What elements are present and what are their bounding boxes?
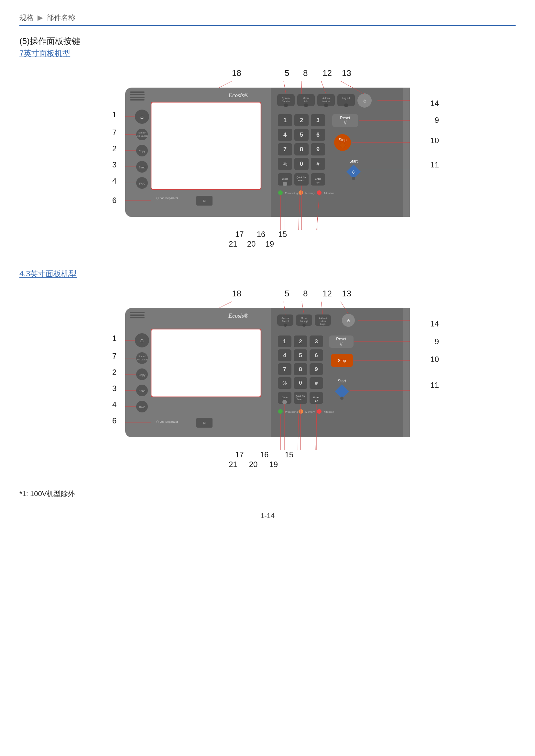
ann43-11: 11 xyxy=(430,381,439,390)
svg-point-127 xyxy=(136,352,148,364)
svg-text:1: 1 xyxy=(283,117,287,123)
label43-12-top: 12 xyxy=(323,289,332,299)
svg-text:Job Cancel: Job Cancel xyxy=(136,359,148,361)
svg-rect-123 xyxy=(271,308,410,437)
svg-text:Ecosis®: Ecosis® xyxy=(228,92,248,98)
svg-text:%: % xyxy=(283,161,287,167)
svg-text:Menu/: Menu/ xyxy=(301,317,307,319)
svg-text:Enter: Enter xyxy=(313,396,319,399)
svg-text:6: 6 xyxy=(316,132,320,138)
svg-text:⏻: ⏻ xyxy=(363,99,366,103)
svg-text:Attention: Attention xyxy=(324,411,334,413)
svg-text:Search: Search xyxy=(297,398,304,400)
svg-text:Cancel: Cancel xyxy=(282,320,289,322)
svg-text:Log out: Log out xyxy=(342,97,350,99)
svg-text:Quick No.: Quick No. xyxy=(296,395,306,397)
svg-text:Login: Login xyxy=(320,323,325,325)
ann43-bottom-row2: 21 20 19 xyxy=(229,460,278,469)
ann43-14: 14 xyxy=(430,319,439,328)
svg-point-15 xyxy=(136,129,148,140)
section-title: (5)操作面板按键 xyxy=(19,36,516,47)
svg-text:Status/: Status/ xyxy=(138,132,146,134)
ann-6: 6 xyxy=(112,196,116,205)
svg-point-179 xyxy=(282,400,287,404)
ann43-2: 2 xyxy=(112,368,116,377)
svg-point-91 xyxy=(317,190,322,195)
ann43-1: 1 xyxy=(112,334,116,343)
svg-text:Ecosis®: Ecosis® xyxy=(228,312,248,319)
svg-point-196 xyxy=(298,409,303,414)
svg-point-142 xyxy=(284,324,287,327)
svg-text:4: 4 xyxy=(283,352,286,359)
svg-point-80 xyxy=(334,134,351,151)
svg-text:FAX: FAX xyxy=(139,182,145,185)
svg-point-89 xyxy=(298,190,303,195)
svg-text:Status/: Status/ xyxy=(138,355,146,358)
svg-text:Send: Send xyxy=(138,390,145,393)
svg-point-41 xyxy=(344,103,348,107)
subsection1-link[interactable]: 7英寸面板机型 xyxy=(19,48,516,59)
label-5-top: 5 xyxy=(285,68,289,78)
svg-rect-116 xyxy=(130,314,145,316)
svg-text:⌂: ⌂ xyxy=(140,114,144,120)
ann-4: 4 xyxy=(112,176,116,185)
svg-text:System/: System/ xyxy=(281,317,289,320)
panel7-diagram: 18 5 8 12 13 Ecosis® xyxy=(19,68,516,249)
svg-text:Start: Start xyxy=(349,159,358,164)
ann43-19: 19 xyxy=(269,460,278,469)
breadcrumb-part1: 规格 xyxy=(19,14,34,22)
svg-text:0: 0 xyxy=(299,380,302,386)
ann43-16: 16 xyxy=(260,450,269,459)
ann-16: 16 xyxy=(257,230,266,239)
svg-point-30 xyxy=(284,103,288,107)
svg-text:cation/: cation/ xyxy=(320,320,326,322)
ann-7: 7 xyxy=(112,128,116,137)
svg-text:Clear: Clear xyxy=(281,396,288,399)
svg-text:⬡ Job Separator: ⬡ Job Separator xyxy=(156,420,178,423)
ann-19: 19 xyxy=(265,239,274,249)
ann-2: 2 xyxy=(112,144,116,153)
ann-15: 15 xyxy=(278,230,287,239)
svg-rect-122 xyxy=(151,329,261,397)
label-12-top: 12 xyxy=(323,68,332,78)
svg-text:#: # xyxy=(315,380,318,386)
breadcrumb: 规格 ▶ 部件名称 xyxy=(19,13,516,26)
svg-text:↩: ↩ xyxy=(316,180,320,185)
svg-text:#: # xyxy=(317,161,320,167)
svg-text:Search: Search xyxy=(298,179,305,182)
svg-text:Quick No.: Quick No. xyxy=(296,176,307,179)
svg-text:System/: System/ xyxy=(282,97,290,99)
ann43-9: 9 xyxy=(435,337,439,346)
svg-rect-117 xyxy=(130,317,145,318)
svg-text:↩: ↩ xyxy=(315,399,318,403)
svg-text:Memory: Memory xyxy=(305,192,315,195)
svg-text:Memory: Memory xyxy=(305,411,315,413)
svg-text:Menu/: Menu/ xyxy=(303,97,309,99)
svg-point-198 xyxy=(317,409,322,414)
svg-text:Stop: Stop xyxy=(338,359,346,363)
subsection2-link[interactable]: 4.3英寸面板机型 xyxy=(19,269,516,279)
svg-text:Send: Send xyxy=(138,166,145,169)
svg-point-146 xyxy=(302,324,306,327)
breadcrumb-part2: 部件名称 xyxy=(47,14,75,22)
svg-text:Authenti: Authenti xyxy=(319,317,327,319)
svg-rect-12 xyxy=(403,88,410,217)
ann-bottom-row2: 21 20 19 xyxy=(229,239,274,249)
ann-11: 11 xyxy=(430,160,439,169)
ann-14: 14 xyxy=(430,99,439,108)
svg-text:6: 6 xyxy=(315,352,318,359)
svg-text:2: 2 xyxy=(299,338,302,344)
label-8-top: 8 xyxy=(303,68,308,78)
svg-text:Attention: Attention xyxy=(324,192,334,195)
ann-17: 17 xyxy=(235,230,244,239)
svg-point-82 xyxy=(340,143,345,148)
svg-text:9: 9 xyxy=(316,146,320,152)
svg-text:Authen: Authen xyxy=(323,97,330,99)
label43-5-top: 5 xyxy=(285,289,289,299)
svg-text://: // xyxy=(340,341,343,346)
svg-point-34 xyxy=(304,103,308,107)
ann-9: 9 xyxy=(435,116,439,125)
svg-text:N: N xyxy=(203,421,206,425)
svg-point-87 xyxy=(278,190,283,195)
svg-text:5: 5 xyxy=(300,132,303,138)
